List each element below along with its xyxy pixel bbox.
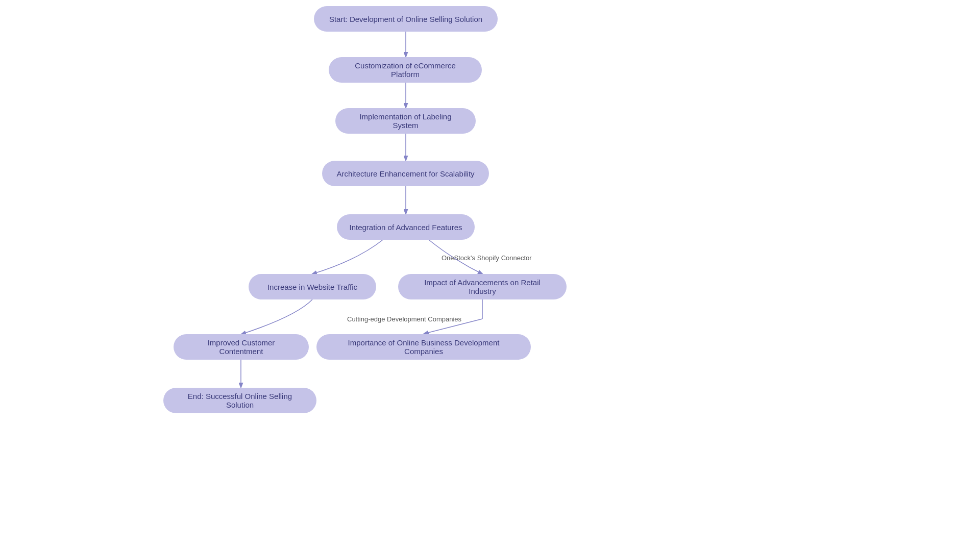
- node-architecture: Architecture Enhancement for Scalability: [322, 161, 489, 186]
- node-website-traffic: Increase in Website Traffic: [249, 274, 376, 299]
- node-end: End: Successful Online Selling Solution: [163, 388, 316, 413]
- label-cutting-edge: Cutting-edge Development Companies: [347, 315, 461, 323]
- label-onestock: OneStock's Shopify Connector: [442, 254, 532, 262]
- node-customization: Customization of eCommerce Platform: [329, 57, 482, 83]
- node-start: Start: Development of Online Selling Sol…: [314, 6, 498, 32]
- node-integration: Integration of Advanced Features: [337, 214, 475, 240]
- node-importance: Importance of Online Business Developmen…: [316, 334, 531, 360]
- node-labeling: Implementation of Labeling System: [335, 108, 476, 134]
- node-customer-contentment: Improved Customer Contentment: [174, 334, 309, 360]
- flowchart-diagram: Start: Development of Online Selling Sol…: [0, 0, 980, 551]
- node-retail-impact: Impact of Advancements on Retail Industr…: [398, 274, 567, 299]
